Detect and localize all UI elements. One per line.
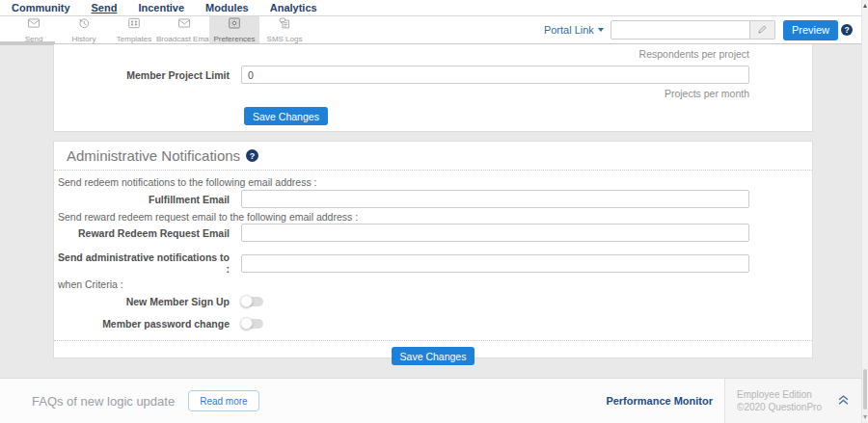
reward-note: Send reward redeem request email to the … <box>58 211 812 223</box>
toggle-knob <box>240 295 253 307</box>
preview-button[interactable]: Preview <box>783 20 838 40</box>
member-password-change-label: Member password change <box>54 318 230 330</box>
fulfillment-email-row: Fulfillment Email <box>54 190 812 208</box>
reward-redeem-email-row: Reward Redeem Request Email <box>54 224 812 242</box>
new-member-signup-toggle[interactable] <box>241 297 263 306</box>
new-member-signup-row: New Member Sign Up <box>54 296 812 307</box>
portal-link-input-group <box>610 20 775 40</box>
broadcast-envelope-icon <box>177 16 191 34</box>
admin-notifications-to-label: Send administrative notifications to : <box>54 251 230 275</box>
vertical-scrollbar[interactable] <box>861 0 868 423</box>
section-title: Administrative Notifications <box>67 147 240 164</box>
tab-templates[interactable]: Templates <box>109 16 159 43</box>
double-chevron-up-icon <box>835 392 852 410</box>
nav-item-modules[interactable]: Modules <box>205 0 249 15</box>
scrollbar-down-arrow-icon[interactable] <box>863 415 867 419</box>
templates-grid-icon <box>127 16 141 34</box>
save-changes-button-admin[interactable]: Save Changes <box>392 347 475 365</box>
fulfillment-email-input[interactable] <box>241 190 749 208</box>
vertical-scrollbar-thumb[interactable] <box>863 369 867 410</box>
member-project-limit-input[interactable] <box>241 66 749 84</box>
new-member-signup-label: New Member Sign Up <box>54 296 230 307</box>
pencil-icon <box>757 21 768 39</box>
tab-sms-logs[interactable]: SMS Logs <box>259 16 310 43</box>
member-limits-section: Respondents per project Member Project L… <box>53 44 813 132</box>
section-header: Administrative Notifications ? <box>54 142 812 171</box>
reward-redeem-email-label: Reward Redeem Request Email <box>54 227 230 239</box>
nav-item-analytics[interactable]: Analytics <box>270 0 317 15</box>
tab-broadcast-email[interactable]: Broadcast Email <box>159 16 209 43</box>
sms-logs-icon <box>278 16 291 34</box>
scrollbar-up-arrow-icon[interactable] <box>863 4 867 8</box>
respondents-hint: Respondents per project <box>54 48 749 60</box>
section-help-icon[interactable]: ? <box>246 149 258 162</box>
dotted-divider <box>54 340 812 341</box>
read-more-button[interactable]: Read more <box>188 390 258 411</box>
scroll-to-top-button[interactable] <box>835 392 852 410</box>
tab-history[interactable]: History <box>59 16 109 43</box>
help-icon[interactable]: ? <box>841 24 853 36</box>
chevron-down-icon <box>598 28 604 32</box>
portal-link-input[interactable] <box>610 20 750 40</box>
send-toolbar: Send History Templates Broadcast Email <box>0 16 861 44</box>
preferences-gear-icon <box>228 16 241 34</box>
nav-item-send[interactable]: Send <box>92 0 118 15</box>
edit-portal-link-button[interactable] <box>750 20 775 40</box>
criteria-note: when Criteria : <box>58 278 812 290</box>
footer: FAQs of new logic update Read more Perfo… <box>0 378 861 423</box>
toolbar-right-controls: Portal Link Preview ? <box>544 16 861 43</box>
edition-info: Employee Edition ©2020 QuestionPro <box>737 388 822 414</box>
envelope-icon <box>27 16 41 34</box>
edition-line2: ©2020 QuestionPro <box>737 401 822 414</box>
footer-right-panel: Employee Edition ©2020 QuestionPro <box>724 379 861 423</box>
member-project-limit-row: Member Project Limit <box>54 66 812 84</box>
reward-redeem-email-input[interactable] <box>241 224 749 242</box>
tab-preferences-label: Preferences <box>213 35 255 43</box>
tab-sms-logs-label: SMS Logs <box>267 35 303 43</box>
save-changes-button-limits[interactable]: Save Changes <box>244 107 328 125</box>
projects-hint: Projects per month <box>54 88 749 99</box>
administrative-notifications-section: Administrative Notifications ? Send rede… <box>53 141 813 358</box>
toggle-knob <box>240 317 253 330</box>
tab-send[interactable]: Send <box>9 16 59 43</box>
tab-broadcast-email-label: Broadcast Email <box>156 35 212 43</box>
questionpro-preferences-page: Community Send Incentive Modules Analyti… <box>0 0 868 423</box>
horizontal-scrollbar-thumb[interactable] <box>0 41 55 45</box>
performance-monitor-link[interactable]: Performance Monitor <box>606 395 713 407</box>
member-project-limit-label: Member Project Limit <box>54 69 230 81</box>
nav-item-incentive[interactable]: Incentive <box>138 0 184 15</box>
tab-history-label: History <box>72 35 96 43</box>
edition-line1: Employee Edition <box>737 388 822 402</box>
top-nav: Community Send Incentive Modules Analyti… <box>0 0 861 16</box>
toolbar-tabs: Send History Templates Broadcast Email <box>0 16 310 43</box>
admin-notifications-to-row: Send administrative notifications to : <box>54 251 812 275</box>
faq-text: FAQs of new logic update <box>32 394 175 409</box>
fulfillment-email-label: Fulfillment Email <box>54 194 230 205</box>
history-clock-icon <box>77 16 91 34</box>
member-password-change-row: Member password change <box>54 318 812 330</box>
portal-link-dropdown[interactable]: Portal Link <box>544 24 604 36</box>
admin-notifications-to-input[interactable] <box>241 254 749 273</box>
tab-templates-label: Templates <box>117 35 151 43</box>
tab-preferences[interactable]: Preferences <box>209 16 259 43</box>
redeem-note: Send redeem notifications to the followi… <box>58 176 812 188</box>
portal-link-label: Portal Link <box>544 24 594 36</box>
member-password-change-toggle[interactable] <box>241 319 263 329</box>
nav-item-community[interactable]: Community <box>12 0 70 15</box>
